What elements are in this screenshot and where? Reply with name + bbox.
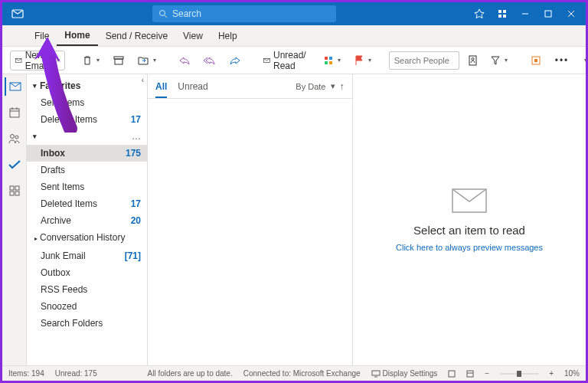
minimize-button[interactable] bbox=[514, 2, 537, 25]
message-list-tabs: All Unread By Date▾↑ bbox=[148, 74, 352, 99]
folder-rss-feeds[interactable]: RSS Feeds bbox=[27, 281, 147, 298]
mail-icon bbox=[15, 55, 22, 66]
move-button[interactable]: ▾ bbox=[132, 51, 162, 70]
address-book-button[interactable] bbox=[462, 51, 482, 70]
forward-icon bbox=[230, 56, 240, 65]
outlook-app-icon bbox=[10, 6, 25, 21]
folder-junk-email[interactable]: Junk Email71 bbox=[27, 247, 147, 264]
svg-rect-22 bbox=[534, 59, 537, 62]
reply-button[interactable] bbox=[174, 51, 195, 70]
preview-messages-link[interactable]: Click here to always preview messages bbox=[396, 243, 543, 252]
svg-rect-6 bbox=[503, 15, 506, 18]
status-unread: Unread: 175 bbox=[55, 369, 97, 378]
account-header[interactable]: ▾… bbox=[27, 128, 147, 145]
mail-icon bbox=[9, 81, 21, 92]
new-email-label: New Email bbox=[25, 50, 52, 71]
categories-icon bbox=[324, 56, 333, 65]
tab-help[interactable]: Help bbox=[211, 25, 245, 46]
svg-rect-38 bbox=[467, 371, 473, 377]
filter-icon bbox=[491, 56, 500, 65]
check-icon bbox=[8, 160, 21, 169]
svg-point-20 bbox=[472, 57, 474, 60]
svg-rect-33 bbox=[15, 192, 19, 195]
tab-home[interactable]: Home bbox=[57, 25, 97, 46]
folder-deleted-items[interactable]: Deleted Items17 bbox=[27, 195, 147, 212]
favorites-header[interactable]: ▾Favorites bbox=[27, 77, 147, 94]
folder-deleted-items-fav[interactable]: Deleted Items17 bbox=[27, 111, 147, 128]
new-email-button[interactable]: New Email ▾ bbox=[10, 51, 65, 70]
svg-rect-3 bbox=[498, 10, 501, 13]
svg-rect-35 bbox=[372, 371, 380, 375]
reading-pane-title: Select an item to read bbox=[413, 224, 525, 237]
tab-file[interactable]: File bbox=[27, 25, 57, 46]
folder-move-icon bbox=[138, 56, 149, 65]
collapse-folder-pane[interactable]: ‹ bbox=[142, 76, 144, 84]
tab-all[interactable]: All bbox=[155, 81, 167, 98]
status-sync: All folders are up to date. bbox=[148, 369, 233, 378]
display-settings-button[interactable]: Display Settings bbox=[371, 369, 438, 378]
svg-rect-30 bbox=[10, 186, 14, 190]
svg-point-28 bbox=[10, 135, 14, 139]
svg-rect-5 bbox=[498, 15, 501, 18]
categorize-button[interactable]: ▾ bbox=[318, 51, 346, 70]
folder-outbox[interactable]: Outbox bbox=[27, 264, 147, 281]
folder-snoozed[interactable]: Snoozed bbox=[27, 298, 147, 315]
apps-icon bbox=[9, 185, 20, 196]
zoom-slider[interactable] bbox=[500, 371, 538, 377]
calendar-icon bbox=[9, 107, 20, 118]
reply-all-button[interactable] bbox=[198, 51, 221, 70]
tab-unread[interactable]: Unread bbox=[178, 81, 207, 92]
svg-point-1 bbox=[160, 11, 165, 16]
navigation-rail bbox=[2, 74, 27, 365]
svg-rect-8 bbox=[545, 11, 551, 17]
tab-view[interactable]: View bbox=[175, 25, 211, 46]
folder-pane: ‹ ▾Favorites Sent Items Deleted Items17 … bbox=[27, 74, 148, 365]
envelope-icon bbox=[452, 188, 487, 213]
svg-rect-24 bbox=[10, 109, 19, 117]
addin-icon bbox=[531, 55, 541, 66]
sort-control[interactable]: By Date▾↑ bbox=[296, 80, 345, 92]
folder-conversation-history[interactable]: ▸Conversation History bbox=[27, 229, 147, 247]
svg-point-29 bbox=[15, 136, 18, 139]
tab-send-receive[interactable]: Send / Receive bbox=[98, 25, 175, 46]
svg-rect-13 bbox=[115, 59, 122, 64]
archive-icon bbox=[113, 56, 124, 65]
rail-mail[interactable] bbox=[5, 77, 23, 96]
folder-drafts[interactable]: Drafts bbox=[27, 162, 147, 178]
addins-button[interactable] bbox=[525, 51, 547, 70]
folder-sent-items[interactable]: Sent Items bbox=[27, 178, 147, 195]
more-button[interactable]: ••• bbox=[550, 51, 575, 70]
rail-todo[interactable] bbox=[5, 155, 24, 174]
filter-button[interactable]: ▾ bbox=[485, 51, 513, 70]
delete-button[interactable]: ▾ bbox=[77, 51, 105, 70]
svg-line-2 bbox=[165, 15, 167, 18]
flag-button[interactable]: ▾ bbox=[349, 51, 377, 70]
search-people-input[interactable] bbox=[389, 51, 459, 70]
rail-more[interactable] bbox=[5, 182, 24, 200]
view-reading-button[interactable] bbox=[466, 370, 474, 378]
svg-rect-4 bbox=[503, 10, 506, 13]
view-normal-button[interactable] bbox=[448, 370, 456, 378]
zoom-out-button[interactable]: − bbox=[485, 369, 489, 378]
global-search[interactable]: Search bbox=[152, 5, 336, 22]
folder-search-folders[interactable]: Search Folders bbox=[27, 315, 147, 332]
forward-button[interactable] bbox=[224, 51, 246, 70]
premium-icon[interactable] bbox=[468, 2, 491, 25]
monitor-icon bbox=[371, 370, 381, 378]
archive-button[interactable] bbox=[108, 51, 129, 70]
unread-read-label: Unread/ Read bbox=[273, 50, 310, 71]
close-button[interactable] bbox=[560, 2, 583, 25]
maximize-button[interactable] bbox=[537, 2, 560, 25]
rail-people[interactable] bbox=[5, 129, 24, 148]
zoom-in-button[interactable]: + bbox=[549, 369, 554, 378]
folder-inbox[interactable]: Inbox175 bbox=[27, 145, 147, 162]
address-book-icon bbox=[468, 55, 477, 66]
folder-sent-items-fav[interactable]: Sent Items bbox=[27, 94, 147, 111]
reply-all-icon bbox=[204, 56, 216, 65]
grid-icon[interactable] bbox=[491, 2, 514, 25]
folder-archive[interactable]: Archive20 bbox=[27, 212, 147, 229]
rail-calendar[interactable] bbox=[5, 103, 24, 122]
svg-rect-32 bbox=[10, 192, 14, 195]
ribbon-expand-button[interactable]: ▾ bbox=[577, 51, 588, 70]
unread-read-button[interactable]: Unread/ Read bbox=[258, 51, 315, 70]
